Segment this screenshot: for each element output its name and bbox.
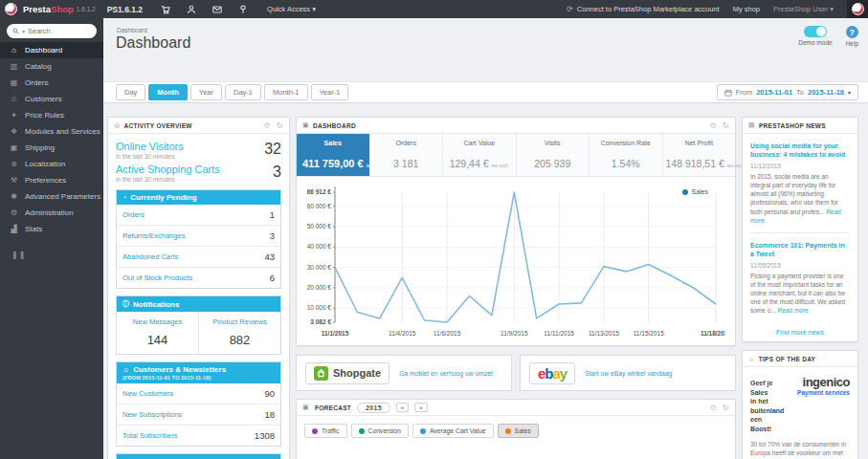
person-icon: ☺	[122, 366, 129, 373]
ingenico-logo[interactable]: ingenico Payment services	[777, 375, 850, 433]
find-more-news-link[interactable]: Find more news	[743, 320, 857, 341]
stat-label[interactable]: Active Shopping Carts	[116, 164, 220, 175]
range-button[interactable]: Month	[148, 84, 188, 100]
forecast-series-chip[interactable]: Traffic	[304, 424, 347, 438]
chart-legend[interactable]: Sales	[682, 188, 708, 195]
customers-row[interactable]: New Subscriptions 18	[117, 404, 280, 426]
stat-label[interactable]: Online Visitors	[116, 141, 184, 152]
tips-of-the-day-panel: ☼ TIPS OF THE DAY Geef je Sales in het b…	[742, 350, 858, 459]
prestashop-logo[interactable]	[5, 3, 17, 15]
sidebar-item[interactable]: ▣ Shipping	[0, 140, 103, 156]
read-more-link[interactable]: Read more	[778, 307, 809, 314]
shopgate-bag-icon	[314, 366, 328, 381]
brand-title: PrestaShop	[23, 4, 74, 14]
ebay-logo-letter: a	[553, 365, 560, 382]
svg-text:50 000 €: 50 000 €	[307, 223, 332, 230]
sidebar-item-icon: ✦	[10, 111, 18, 120]
forecast-series-chip[interactable]: Conversion	[351, 424, 409, 438]
help-button[interactable]: ? Help	[846, 26, 858, 47]
collapse-sidebar-button[interactable]: ❚❚	[11, 251, 103, 259]
customers-row[interactable]: New Customers 90	[117, 383, 280, 404]
stat-subtitle: in the last 30 minutes	[116, 153, 184, 160]
sidebar-item[interactable]: ⚙ Administration	[0, 205, 103, 221]
quick-access-menu[interactable]: Quick Access ▾	[267, 5, 316, 13]
kpi-tile[interactable]: Net Profit 148 918,51 € tax excl.	[663, 134, 736, 176]
pending-row[interactable]: Abandoned Carts 43	[117, 247, 280, 268]
notification-cell[interactable]: Product Reviews 882	[198, 312, 280, 354]
ebay-cta-link[interactable]: Start uw eBay winkel vandaag	[585, 370, 672, 377]
refresh-icon[interactable]: ↻	[277, 121, 283, 130]
kpi-tile[interactable]: Cart Value 129,44 € tax excl.	[443, 134, 517, 176]
shopgate-logo: Shopgate	[305, 362, 389, 384]
sidebar-item[interactable]: ⊕ Localization	[0, 156, 103, 172]
forecast-year[interactable]: 2015	[357, 403, 390, 413]
gear-icon[interactable]: ⚙	[710, 121, 717, 130]
sidebar-item-icon: ⌂	[10, 46, 18, 55]
range-button[interactable]: Day-1	[225, 84, 261, 100]
breadcrumb[interactable]: Dashboard	[117, 27, 147, 33]
refresh-icon[interactable]: ↻	[723, 121, 729, 130]
forecast-series-chip[interactable]: Sales	[498, 424, 539, 438]
sidebar-item[interactable]: ❖ Modules and Services	[0, 123, 103, 140]
sidebar: ▾ ⌂ Dashboard ▥ Catalog ▦ Orders ☺ Custo…	[0, 18, 103, 459]
refresh-icon[interactable]: ↻	[723, 404, 729, 412]
kpi-label: Cart Value	[446, 140, 513, 146]
date-range-picker[interactable]: From 2015-11-01 To 2015-11-18 ▾	[717, 84, 858, 100]
help-icon[interactable]: ?	[846, 26, 858, 38]
marketplace-link[interactable]: ⟳Connect to PrestaShop Marketplace accou…	[567, 5, 720, 13]
user-avatar[interactable]	[847, 0, 868, 18]
kpi-tile[interactable]: Orders 3 181	[370, 134, 444, 176]
pending-row[interactable]: Returns/Exchanges 3	[117, 226, 280, 247]
sidebar-item[interactable]: ⚒ Preferences	[0, 172, 103, 188]
row-label: Abandoned Carts	[122, 252, 178, 261]
row-label: New Subscriptions	[122, 410, 182, 419]
pending-row[interactable]: Orders 1	[117, 205, 280, 226]
sidebar-item[interactable]: ▦ Orders	[0, 75, 103, 91]
article-title[interactable]: Ecommerce 101: Payments in a Tweet	[750, 241, 850, 258]
sidebar-item[interactable]: ▟ Stats	[0, 221, 103, 237]
previous-year-button[interactable]: «	[396, 403, 409, 412]
sidebar-item[interactable]: ✱ Advanced Parameters	[0, 188, 103, 205]
next-year-button[interactable]: »	[414, 403, 427, 412]
sidebar-item[interactable]: ✦ Price Rules	[0, 107, 103, 123]
notification-cell[interactable]: New Messages 144	[117, 312, 198, 354]
customers-notifications-icon[interactable]	[186, 4, 196, 14]
sidebar-item[interactable]: ⌂ Dashboard	[0, 42, 103, 58]
series-label: Traffic	[322, 427, 340, 434]
pin-icon[interactable]	[237, 4, 248, 14]
cart-notifications-icon[interactable]	[160, 4, 170, 14]
traffic-section: ◕Traffic (FROM 2015-11-01 TO 2015-11-18)…	[116, 453, 281, 459]
row-value: 3	[270, 230, 275, 241]
customers-row[interactable]: Total Subscribers 1308	[117, 426, 280, 446]
kpi-label: Visits	[520, 140, 587, 146]
toggle-on-icon[interactable]	[804, 26, 827, 37]
messages-notifications-icon[interactable]	[211, 4, 222, 14]
article-title[interactable]: Using social media for your business: 4 …	[750, 142, 850, 159]
kpi-tile[interactable]: Conversion Rate 1.54%	[590, 134, 663, 176]
pending-row[interactable]: Out of Stock Products 6	[117, 268, 280, 288]
search-scope-caret-icon[interactable]: ▾	[22, 28, 25, 34]
shopgate-cta-link[interactable]: Ga mobiel en verhoog uw omzet	[399, 370, 493, 377]
row-label: Returns/Exchanges	[122, 231, 185, 240]
row-value: 90	[264, 388, 275, 399]
sidebar-item[interactable]: ▥ Catalog	[0, 58, 103, 75]
range-button[interactable]: Year-1	[311, 84, 349, 100]
kpi-tile[interactable]: Sales 411 759,00 € tax excl.	[297, 134, 370, 176]
user-menu[interactable]: PrestaShop User ▾	[773, 5, 834, 13]
my-shop-link[interactable]: My shop	[733, 5, 760, 13]
row-label: Total Subscribers	[122, 431, 178, 440]
series-dot-icon	[312, 428, 318, 434]
gear-icon[interactable]: ⚙	[264, 121, 271, 130]
kpi-tile[interactable]: Visits 205 939	[517, 134, 590, 176]
range-button[interactable]: Day	[116, 84, 145, 100]
demo-mode-toggle[interactable]: Demo mode	[798, 26, 832, 47]
row-label: Out of Stock Products	[122, 273, 192, 282]
info-icon: ⓘ	[122, 299, 129, 309]
sidebar-item[interactable]: ☺ Customers	[0, 91, 103, 107]
forecast-series-chip[interactable]: Average Cart Value	[412, 424, 494, 438]
gear-icon[interactable]: ⚙	[710, 404, 717, 412]
range-button[interactable]: Year	[190, 84, 222, 100]
notification-value: 144	[119, 333, 196, 347]
range-button[interactable]: Month-1	[264, 84, 308, 100]
search-input[interactable]	[28, 27, 83, 35]
